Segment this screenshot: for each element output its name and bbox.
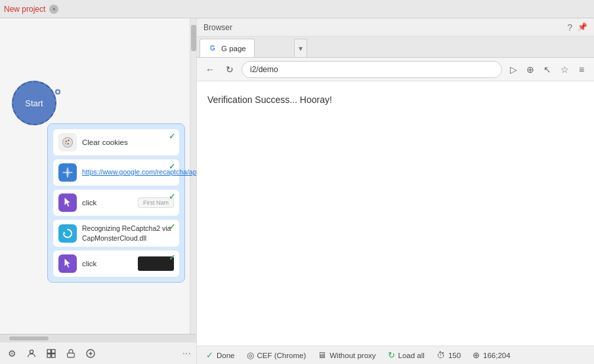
check-icon-click-1: ✓ [169, 192, 175, 201]
url-text: i2/demo [250, 65, 278, 74]
browser-tab-bar: G G page ▾ [197, 37, 594, 58]
coords-label: 166;204 [483, 352, 511, 359]
svg-rect-16 [68, 353, 75, 357]
verification-text: Verification Success... Hooray! [207, 94, 583, 105]
svg-marker-10 [65, 259, 70, 268]
left-toolbar: ⚙ [0, 342, 196, 364]
cef-icon: ◎ [247, 350, 254, 360]
load-label: Load all [398, 352, 425, 359]
browser-header-icons: ? 📌 [567, 22, 587, 33]
svg-rect-13 [52, 350, 55, 353]
proxy-icon: 🖥 [318, 350, 326, 360]
play-button[interactable]: ▷ [506, 62, 520, 77]
horizontal-scrollbar[interactable] [0, 334, 196, 342]
captcha-icon [58, 224, 77, 243]
flow-container: Clear cookies ✓ ht [47, 123, 185, 283]
start-label: Start [25, 98, 43, 108]
workflow-canvas[interactable]: Start [0, 18, 196, 334]
svg-point-3 [68, 143, 69, 144]
coords-icon: ⊕ [473, 350, 480, 360]
add-icon[interactable] [84, 347, 97, 360]
browser-header: Browser ? 📌 [197, 18, 594, 37]
status-load[interactable]: ↻ Load all [388, 350, 425, 360]
more-button[interactable]: ··· [182, 348, 191, 359]
menu-button[interactable]: ≡ [574, 62, 589, 77]
svg-point-4 [65, 144, 66, 145]
scrollbar-thumb-h[interactable] [9, 336, 49, 340]
left-panel: Start [0, 18, 197, 364]
cookies-icon [58, 133, 77, 152]
globe-icon [58, 163, 77, 182]
click-2-label: click [82, 260, 133, 268]
svg-rect-12 [47, 350, 51, 353]
pin-icon[interactable]: 📌 [578, 22, 587, 33]
tab-favicon: G [208, 44, 217, 53]
close-tab-button[interactable]: × [49, 5, 58, 14]
load-icon: ↻ [388, 350, 395, 360]
check-icon-cookies: ✓ [169, 132, 175, 141]
cef-label: CEF (Chrome) [257, 352, 307, 359]
status-bar: ✓ Done ◎ CEF (Chrome) 🖥 Without proxy ↻ … [197, 346, 594, 364]
browser-tab-page[interactable]: G G page [200, 39, 255, 57]
flow-item-click-1[interactable]: click First Nam ✓ [53, 190, 179, 216]
done-label: Done [217, 352, 235, 359]
click-icon-1 [58, 193, 77, 212]
start-node[interactable]: Start [12, 81, 56, 125]
flow-item-navigate[interactable]: https://www.google.com/recaptcha/api2/de… [53, 159, 179, 186]
nav-actions: ▷ ⊕ ↖ ☆ ≡ [506, 62, 589, 77]
check-icon-click-2: ✓ [169, 253, 175, 262]
status-done: ✓ Done [206, 350, 235, 360]
count-label: 150 [448, 352, 461, 359]
status-cef: ◎ CEF (Chrome) [247, 350, 307, 360]
back-button[interactable]: ← [202, 62, 218, 77]
done-check-icon: ✓ [206, 350, 213, 360]
add-tab-button[interactable]: ⊕ [523, 62, 538, 77]
status-count: ⏱ 150 [436, 350, 461, 360]
svg-marker-8 [65, 198, 70, 207]
top-bar: New project × [0, 0, 594, 18]
svg-point-2 [68, 140, 69, 141]
click-icon-2 [58, 254, 77, 273]
star-button[interactable]: ☆ [557, 62, 572, 77]
status-coords: ⊕ 166;204 [473, 350, 511, 360]
click-1-label: click [82, 199, 133, 207]
project-title: New project [4, 5, 45, 14]
grid-icon[interactable] [45, 347, 58, 360]
status-proxy: 🖥 Without proxy [318, 350, 375, 360]
svg-rect-14 [47, 354, 51, 357]
main-layout: Start [0, 18, 594, 364]
count-icon: ⏱ [436, 350, 445, 360]
svg-marker-9 [64, 232, 66, 233]
start-node-connector [55, 89, 60, 94]
svg-point-11 [30, 350, 33, 353]
clear-cookies-label: Clear cookies [82, 138, 174, 146]
check-icon-captcha: ✓ [169, 222, 175, 232]
url-bar[interactable]: i2/demo [242, 61, 502, 78]
flow-item-captcha[interactable]: Recognizing ReCaptcha2 via CapMonsterClo… [53, 220, 179, 247]
help-icon[interactable]: ? [567, 22, 572, 33]
svg-rect-15 [52, 354, 55, 357]
flow-item-click-2[interactable]: click ✓ [53, 251, 179, 277]
tab-label: G page [221, 45, 246, 52]
canvas-area: Start [0, 18, 196, 334]
proxy-label: Without proxy [329, 352, 375, 359]
cursor-button[interactable]: ↖ [540, 62, 555, 77]
browser-title: Browser [203, 23, 232, 32]
browser-content: Verification Success... Hooray! [197, 81, 594, 346]
check-icon-navigate: ✓ [169, 162, 175, 171]
lock-icon[interactable] [64, 347, 77, 360]
flow-item-clear-cookies[interactable]: Clear cookies ✓ [53, 129, 179, 155]
svg-point-1 [66, 140, 67, 142]
refresh-button[interactable]: ↻ [222, 62, 238, 77]
settings-icon[interactable]: ⚙ [5, 347, 18, 360]
browser-nav: ← ↻ i2/demo ▷ ⊕ ↖ ☆ ≡ [197, 58, 594, 81]
scrollbar-thumb-vertical[interactable] [191, 25, 196, 51]
right-panel: Browser ? 📌 G G page ▾ ← ↻ i2/demo ▷ ⊕ [197, 18, 594, 364]
tab-dropdown-button[interactable]: ▾ [294, 39, 307, 57]
captcha-label: Recognizing ReCaptcha2 via CapMonsterClo… [82, 224, 174, 243]
navigate-url[interactable]: https://www.google.com/recaptcha/api2/de… [82, 168, 196, 177]
toolbar-icons: ⚙ [5, 347, 97, 360]
user-icon[interactable] [25, 347, 38, 360]
svg-point-0 [63, 138, 73, 148]
